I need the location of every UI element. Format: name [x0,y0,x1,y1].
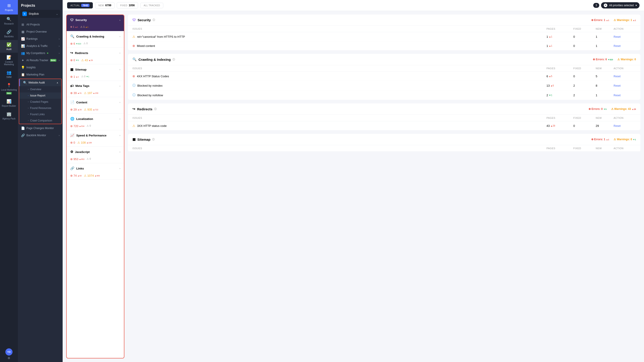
reset-button[interactable]: Reset [614,75,620,78]
issue-category-redirects[interactable]: ↪ Redirects › ⊗ 0 ▼5 ⚠ 43 ▲29 [67,48,124,64]
issue-text: Blocked by nofollow [137,94,163,97]
sitemap-warning-stat: ⚠ Warnings: 0 ▼1 [614,138,636,141]
issue-category-crawling[interactable]: 🔍 Crawling & Indexing › ⊗ 6 ▼820 ⚠ 0 [67,31,124,48]
sidebar-item-my-competitors[interactable]: 👥 My Competitors › [18,50,63,57]
reset-button[interactable]: Reset [614,35,620,38]
speed-cat-header[interactable]: 📈 Speed & Performance › [67,130,124,141]
content-chevron: › [120,101,120,104]
sidebar-item-page-changes[interactable]: 📄 Page Changes Monitor [18,125,63,132]
security-info-icon[interactable]: ⓘ [152,18,155,22]
issue-category-sitemap[interactable]: ▦ Sitemap › ⊗ 1 ▲1 ⚠ 0 ▼1 [67,64,124,81]
sitemap-warnings: ⚠ 0 ▼1 [81,75,89,78]
analytics-chevron: › [59,45,60,47]
sidebar-item-research[interactable]: 🔍 Research [0,14,18,27]
sidebar-item-backlink-monitor[interactable]: 🔗 Backlink Monitor › [18,132,63,139]
sitemap-info-icon[interactable]: ⓘ [152,138,154,141]
security-cat-header[interactable]: 🛡 Security › [67,15,124,25]
sidebar-item-audit[interactable]: ✅ Audit [0,40,18,53]
links-cat-label: Links [76,167,84,170]
sidebar-item-content-marketing[interactable]: 📝 Content Marketing [0,53,18,68]
actual-badge: 7642 [81,4,89,7]
links-errors: ⊗ 74 ▲60 [70,174,82,177]
sidebar-item-all-projects[interactable]: ⊞ All Projects [18,21,63,28]
issue-category-meta-tags[interactable]: 🏷 Meta Tags › ⊗ 39 ▲31 ⚠ 197 ▲158 [67,81,124,97]
stat-fixed[interactable]: FIXED 1056 [117,2,138,8]
settings-icon[interactable]: ⚙ [8,357,10,360]
col-action: ACTION [614,27,636,30]
sidebar-agency-label: Agency Pack [2,118,16,120]
subnav-found-resources[interactable]: Found Resources [19,105,61,111]
links-cat-header[interactable]: 🔗 Links › [67,163,124,174]
stat-new[interactable]: NEW 6799 [95,2,115,8]
subnav-issue-report[interactable]: Issue Report [19,92,61,99]
project-selector[interactable]: S ShipBob ⌄ [20,10,60,18]
redirects-cat-header[interactable]: ↪ Redirects › [67,48,124,58]
sidebar-item-website-audit[interactable]: 🔍 Website Audit ∧ [19,79,61,86]
sidebar-item-marketing-plan[interactable]: 📋 Marketing Plan [18,71,63,78]
speed-warnings: ⚠ 108 ▲108 [78,141,92,144]
subnav-found-links[interactable]: Found Links [19,111,61,118]
crawling-info-icon[interactable]: ⓘ [172,58,175,61]
meta-tags-cat-header[interactable]: 🏷 Meta Tags › [67,81,124,91]
project-name: ShipBob [29,12,39,15]
col-pages: PAGES [546,27,573,30]
redirects-table-head: ISSUES PAGES FIXED NEW ACTION [128,115,640,121]
sitemap-cat-header[interactable]: ▦ Sitemap › [67,64,124,75]
sidebar-item-insights[interactable]: 💡 Insights [18,64,63,71]
speed-cat-icon: 📈 [70,133,74,137]
sidebar-item-backlinks[interactable]: 🔗 Backlinks [0,27,18,40]
pages-value: 43 ▲29 [546,124,573,128]
issue-category-speed[interactable]: 📈 Speed & Performance › ⊗ 0 ⚠ 108 ▲108 [67,130,124,147]
reset-button[interactable]: Reset [614,84,620,87]
reset-button[interactable]: Reset [614,94,620,97]
sidebar-avatar[interactable]: YD ⚙ [0,346,18,362]
issue-category-links[interactable]: 🔗 Links › ⊗ 74 ▲60 ⚠ 1074 ▲905 [67,163,124,180]
website-audit-label: Website Audit [28,81,45,84]
new-value: 1 [596,94,614,97]
reset-button[interactable]: Reset [614,124,620,128]
local-marketing-badge: New [6,92,12,94]
sitemap-chevron: › [120,68,120,71]
crawling-warning-stat: ⚠ Warnings: 0 [618,58,636,61]
sidebar-item-agency-pack[interactable]: 🏢 Agency Pack [0,109,18,122]
subnav-crawled-pages[interactable]: Crawled Pages [19,99,61,105]
nav-panel: Projects S ShipBob ⌄ ⊞ All Projects ▦ Pr… [18,0,63,362]
priority-clear-btn[interactable]: ✕ [604,3,607,7]
content-cat-label: Content [76,101,87,104]
table-row: ⚠ 3XX HTTP status code 43 ▲29 0 29 Reset [128,121,640,130]
sidebar-item-report-builder[interactable]: 📊 Report Builder [0,97,18,109]
sidebar-item-rankings[interactable]: 📈 Rankings › [18,35,63,42]
pages-value: 1 ▲1 [546,35,573,38]
content-cat-header[interactable]: 📄 Content › [67,97,124,107]
issue-category-security[interactable]: 🛡 Security › ⊗ 1 ▲1 ⚠ 1 ▲1 [67,15,124,31]
redirects-info-icon[interactable]: ⓘ [154,107,156,111]
reset-button[interactable]: Reset [614,44,620,48]
sidebar-item-projects[interactable]: ⊞ Projects [0,0,18,14]
crawling-section-label: Crawling & Indexing [138,58,171,61]
stat-all-tracked[interactable]: ALL TRACKED [140,3,163,8]
sitemap-error-stat: ⊗ Errors: 1 ▲1 [591,138,609,141]
crawling-cat-header[interactable]: 🔍 Crawling & Indexing › [67,31,124,41]
redirects-error-stat: ⊗ Errors: 0 ▼5 [588,107,607,111]
issue-category-javascript[interactable]: ⚙ JavaScript › ⊗ 953 ▲953 ⚠ 0 [67,147,124,163]
col-issues: ISSUES [132,67,546,70]
sidebar-item-local-marketing[interactable]: 📍 Local Marketing New [0,81,18,97]
javascript-cat-header[interactable]: ⚙ JavaScript › [67,147,124,157]
avatar[interactable]: YD [5,348,12,356]
priority-filter[interactable]: ✕ All priorities selected ▾ [601,2,640,8]
issue-category-content[interactable]: 📄 Content › ⊗ 29 ▲26 ⚠ 935 ▲722 [67,97,124,114]
subnav-overview[interactable]: Overview [19,86,61,92]
sidebar-item-analytics-traffic[interactable]: 📊 Analytics & Traffic › [18,42,63,50]
sidebar-item-smm[interactable]: 👥 SMM [0,68,18,81]
sidebar-item-ai-results[interactable]: ✦ AI Results Tracker Beta › [18,57,63,64]
col-pages: PAGES [546,117,573,119]
subnav-crawl-comparison[interactable]: Crawl Comparison [19,118,61,124]
sidebar-item-project-overview[interactable]: ▦ Project Overview [18,28,63,35]
crawling-error-stat: ⊗ Errors: 6 ▼820 [593,58,613,61]
redirects-errors: ⊗ 0 ▼5 [70,58,79,62]
stat-actual[interactable]: ACTUAL 7642 [67,2,93,8]
issue-category-localization[interactable]: 🌐 Localization › ⊗ 720 ▲534 ⚠ 0 [67,114,124,130]
security-header-stats: ⊗ Errors: 1 ▲1 ⚠ Warnings: 1 ▲1 [591,18,636,22]
new-value: 1 [596,35,614,38]
localization-cat-header[interactable]: 🌐 Localization › [67,114,124,124]
